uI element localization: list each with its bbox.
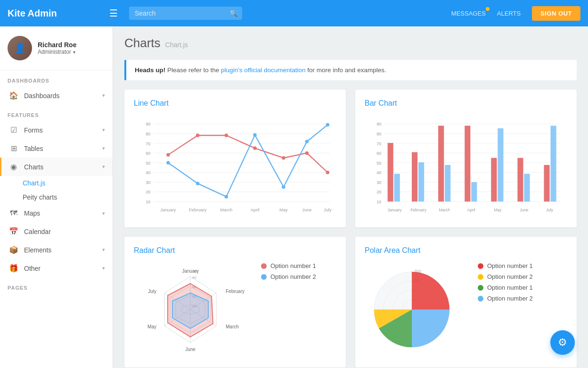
legend-dot-red bbox=[261, 263, 267, 269]
radar-legend-label-1: Option number 1 bbox=[270, 262, 316, 269]
forms-icon: ☑ bbox=[9, 125, 18, 134]
chevron-down-icon: ▾ bbox=[102, 127, 105, 133]
svg-point-36 bbox=[282, 185, 285, 189]
sidebar-item-charts[interactable]: ◉ Charts ▾ bbox=[0, 158, 113, 176]
radar-chart-title: Radar Chart bbox=[134, 246, 336, 255]
svg-text:90: 90 bbox=[376, 122, 381, 126]
sidebar-item-elements[interactable]: 📦 Elements ▾ bbox=[0, 241, 113, 259]
sidebar-tables-label: Tables bbox=[24, 145, 97, 152]
sidebar: 👤 Richard Roe Administrator DASHBOARDS 🏠… bbox=[0, 26, 113, 368]
sidebar-sub-peity[interactable]: Peity charts bbox=[23, 190, 113, 204]
polar-chart-svg: 300 20 bbox=[365, 262, 459, 357]
other-icon: 🎁 bbox=[9, 264, 18, 273]
sidebar-calendar-label: Calendar bbox=[24, 228, 105, 235]
polar-legend-label-1: Option number 1 bbox=[487, 262, 533, 269]
svg-text:May: May bbox=[279, 208, 288, 212]
svg-text:90: 90 bbox=[146, 122, 150, 126]
polar-legend-item-3: Option number 1 bbox=[478, 284, 533, 291]
charts-bottom-row: Radar Chart bbox=[124, 237, 577, 368]
polar-legend-label-3: Option number 1 bbox=[487, 284, 533, 291]
alert-text: Please refer to the bbox=[167, 67, 221, 74]
radar-legend: Option number 1 Option number 2 bbox=[261, 262, 316, 280]
sidebar-item-maps[interactable]: 🗺 Maps ▾ bbox=[0, 204, 113, 222]
page-header: Charts Chart.js bbox=[124, 36, 577, 50]
chevron-down-icon: ▾ bbox=[102, 92, 105, 99]
svg-text:January: January bbox=[388, 208, 402, 212]
svg-text:June: June bbox=[185, 347, 196, 352]
svg-point-29 bbox=[282, 156, 285, 159]
polar-legend: Option number 1 Option number 2 Option n… bbox=[478, 262, 533, 302]
search-input[interactable] bbox=[129, 7, 242, 20]
line-chart-card: Line Chart 90 80 70 60 bbox=[124, 90, 346, 227]
svg-point-30 bbox=[305, 151, 309, 155]
topnav-right: MESSAGES ALERTS SIGN OUT bbox=[451, 6, 580, 21]
svg-rect-77 bbox=[550, 125, 556, 201]
svg-text:20: 20 bbox=[376, 190, 381, 194]
line-chart-title: Line Chart bbox=[134, 99, 336, 108]
polar-chart-title: Polar Area Chart bbox=[365, 246, 567, 255]
user-role[interactable]: Administrator bbox=[38, 49, 76, 55]
svg-text:July: July bbox=[546, 208, 554, 212]
svg-rect-75 bbox=[524, 174, 530, 201]
messages-button[interactable]: MESSAGES bbox=[451, 10, 486, 17]
svg-text:20: 20 bbox=[146, 190, 150, 194]
svg-rect-76 bbox=[544, 165, 549, 202]
svg-rect-73 bbox=[498, 128, 503, 201]
radar-legend-label-2: Option number 2 bbox=[270, 273, 316, 280]
alerts-button[interactable]: ALERTS bbox=[497, 10, 521, 17]
svg-text:April: April bbox=[467, 208, 475, 212]
radar-chart-card: Radar Chart bbox=[124, 237, 346, 368]
fab-icon: ⚙ bbox=[558, 336, 567, 349]
chevron-down-icon: ▾ bbox=[102, 265, 105, 271]
polar-legend-label-2: Option number 2 bbox=[487, 273, 533, 280]
legend-dot-blue bbox=[261, 274, 267, 280]
sidebar-profile: 👤 Richard Roe Administrator bbox=[0, 26, 113, 70]
svg-rect-64 bbox=[388, 143, 393, 201]
fab-button[interactable]: ⚙ bbox=[550, 330, 575, 355]
page-subtitle: Chart.js bbox=[165, 41, 188, 49]
svg-rect-67 bbox=[418, 162, 424, 201]
svg-text:30: 30 bbox=[376, 180, 381, 185]
polar-chart-card: Polar Area Chart 300 20 bbox=[355, 237, 577, 368]
svg-text:April: April bbox=[251, 208, 260, 212]
sidebar-item-forms[interactable]: ☑ Forms ▾ bbox=[0, 121, 113, 139]
svg-point-32 bbox=[166, 161, 170, 164]
sidebar-item-calendar[interactable]: 📅 Calendar bbox=[0, 222, 113, 241]
svg-rect-74 bbox=[517, 158, 523, 202]
alert-link[interactable]: plugin's official documentation bbox=[221, 67, 305, 74]
sidebar-elements-label: Elements bbox=[24, 246, 97, 254]
svg-point-26 bbox=[196, 134, 199, 137]
signout-button[interactable]: SIGN OUT bbox=[532, 6, 580, 21]
svg-rect-72 bbox=[491, 158, 497, 202]
svg-point-27 bbox=[225, 134, 228, 137]
sidebar-item-other[interactable]: 🎁 Other ▾ bbox=[0, 259, 113, 277]
line-chart-svg: 90 80 70 60 50 40 30 20 10 January Febru… bbox=[134, 115, 336, 217]
polar-legend-label-4: Option number 2 bbox=[487, 295, 533, 302]
sidebar-item-tables[interactable]: ⊞ Tables ▾ bbox=[0, 139, 113, 158]
sidebar-item-dashboards[interactable]: 🏠 Dashboards ▾ bbox=[0, 86, 113, 105]
sidebar-charts-label: Charts bbox=[24, 163, 97, 171]
svg-text:80: 80 bbox=[146, 132, 150, 136]
svg-text:30: 30 bbox=[146, 180, 150, 185]
svg-point-35 bbox=[253, 133, 256, 136]
messages-badge bbox=[486, 7, 490, 11]
avatar-image: 👤 bbox=[8, 36, 32, 60]
svg-point-38 bbox=[326, 123, 329, 126]
tables-icon: ⊞ bbox=[9, 144, 18, 153]
svg-point-37 bbox=[305, 140, 309, 143]
bar-chart-card: Bar Chart 90 80 70 60 bbox=[355, 90, 577, 227]
alert-heading: Heads up! bbox=[135, 67, 165, 74]
svg-text:February: February bbox=[226, 289, 245, 294]
polar-dot-green bbox=[478, 285, 483, 291]
svg-text:February: February bbox=[410, 208, 426, 212]
svg-text:50: 50 bbox=[376, 161, 381, 166]
svg-text:March: March bbox=[220, 208, 232, 212]
svg-text:60: 60 bbox=[146, 151, 150, 156]
sidebar-sub-chartjs[interactable]: Chart.js bbox=[23, 176, 113, 190]
menu-toggle-button[interactable]: ☰ bbox=[109, 8, 118, 19]
svg-text:40: 40 bbox=[146, 170, 150, 175]
svg-text:10: 10 bbox=[376, 200, 381, 204]
user-name: Richard Roe bbox=[38, 41, 76, 49]
sidebar-forms-label: Forms bbox=[24, 126, 97, 134]
charts-top-row: Line Chart 90 80 70 60 bbox=[124, 90, 577, 227]
